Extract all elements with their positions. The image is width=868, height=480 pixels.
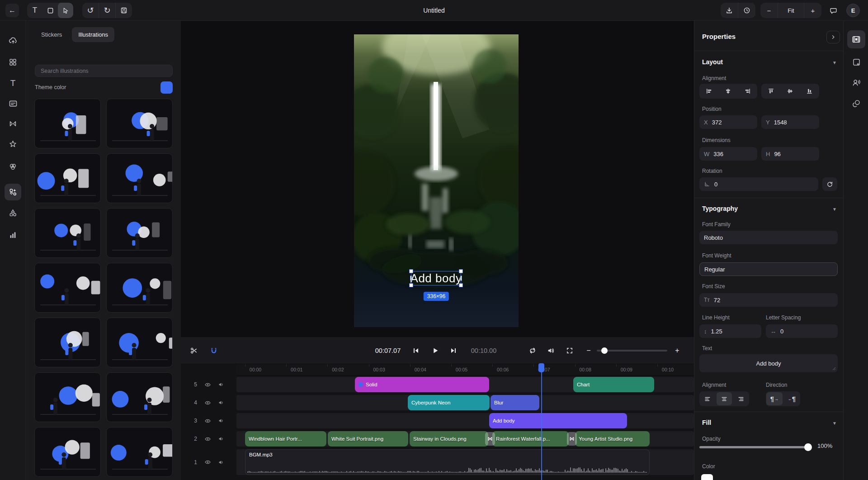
track-lane-2[interactable]: Windblown Hair Portr...White Suit Portra… [236, 431, 694, 447]
text-content-input[interactable]: Add body [699, 354, 838, 372]
sidebar-item-charts[interactable] [5, 227, 21, 243]
panel-item-frame[interactable] [847, 53, 865, 71]
sidebar-item-transitions[interactable] [5, 115, 21, 132]
illustration-thumbnail-team-avatar-list[interactable] [106, 263, 173, 313]
y-value[interactable]: 1548 [774, 119, 787, 126]
font-family-select[interactable]: Roboto [699, 231, 838, 244]
timeline-clip[interactable]: Cyberpunk Neon [408, 395, 490, 410]
resize-handle-left[interactable] [410, 276, 412, 281]
select-tool-button[interactable] [58, 3, 73, 18]
illustration-thumbnail-checklist-person[interactable] [34, 372, 101, 422]
align-left-button[interactable] [700, 85, 717, 98]
canvas-text[interactable]: Add body [410, 271, 462, 285]
track-lane-1[interactable]: BGM.mp3 [236, 449, 694, 475]
track-lane-3[interactable]: Add body [236, 413, 694, 428]
panel-item-voice[interactable] [847, 73, 865, 91]
zoom-in-button[interactable]: + [804, 3, 821, 18]
timeline-ruler[interactable]: 00:0000:0100:0200:0300:0400:0500:0600:07… [236, 364, 694, 375]
tab-stickers[interactable]: Stickers [35, 27, 68, 42]
selected-text-element[interactable]: Add body [411, 271, 461, 285]
timeline-zoom-out-button[interactable]: − [586, 347, 590, 355]
timeline-clip[interactable]: Chart [573, 377, 654, 392]
sidebar-item-text[interactable]: T [5, 75, 21, 91]
letter-spacing-field[interactable]: ↔ 0 [766, 324, 838, 338]
w-value[interactable]: 336 [713, 151, 723, 157]
fullscreen-button[interactable] [566, 347, 573, 354]
playhead-handle[interactable] [538, 363, 544, 372]
theme-color-swatch[interactable] [160, 81, 173, 94]
collapse-panel-button[interactable] [826, 31, 840, 43]
timeline-clip[interactable]: Add body [489, 413, 627, 428]
illustration-thumbnail-error-card-person[interactable] [106, 427, 173, 477]
prev-frame-button[interactable] [412, 347, 420, 354]
timeline-clip[interactable]: Solid [355, 377, 489, 392]
font-weight-select[interactable]: Regular [699, 262, 838, 276]
align-top-button[interactable] [762, 85, 779, 98]
track-mute-toggle[interactable] [214, 381, 228, 388]
text-tool-button[interactable]: T [27, 3, 42, 18]
tab-illustrations[interactable]: Illustrations [72, 27, 114, 42]
redo-button[interactable]: ↻ [99, 3, 115, 18]
align-middle-button[interactable] [782, 85, 799, 98]
align-right-button[interactable] [739, 85, 756, 98]
align-center-h-button[interactable] [720, 85, 737, 98]
illustration-thumbnail-person-headphones-arrows[interactable] [34, 263, 101, 313]
illustration-thumbnail-woman-portrait-blue-top[interactable] [106, 208, 173, 258]
layout-collapse-caret[interactable]: ▼ [832, 60, 837, 65]
resize-handle-top-left[interactable] [409, 269, 413, 273]
sidebar-item-captions[interactable] [5, 95, 21, 112]
resize-handle-bottom-left[interactable] [409, 283, 413, 287]
track-mute-toggle[interactable] [214, 418, 228, 424]
opacity-slider[interactable] [699, 446, 811, 448]
zoom-out-button[interactable]: − [760, 3, 778, 18]
snap-magnet-button[interactable] [210, 347, 218, 355]
typography-collapse-caret[interactable]: ▼ [832, 207, 837, 212]
video-canvas[interactable]: Add body 336×96 [354, 34, 519, 327]
timeline-zoom-slider[interactable] [597, 350, 667, 352]
position-y-field[interactable]: Y 1548 [761, 115, 819, 129]
timeline-clip[interactable]: Rainforest Waterfall.p... [492, 431, 569, 447]
comments-button[interactable] [826, 4, 840, 17]
illustration-thumbnail-sitting-woman-plant[interactable] [34, 99, 101, 148]
illustration-thumbnail-phone-mockup-person[interactable] [34, 427, 101, 477]
track-lane-5[interactable]: SolidChart [236, 377, 694, 392]
letter-spacing-value[interactable]: 0 [780, 328, 783, 335]
x-value[interactable]: 372 [712, 119, 722, 126]
position-x-field[interactable]: X 372 [699, 115, 757, 129]
timeline-zoom-in-button[interactable]: + [675, 347, 679, 355]
timeline-clip[interactable]: Windblown Hair Portr... [245, 431, 326, 447]
illustration-thumbnail-document-checkmarks-person[interactable] [106, 372, 173, 422]
illustration-thumbnail-people-under-trees[interactable] [106, 153, 173, 203]
text-align-right-button[interactable] [733, 392, 749, 405]
line-height-field[interactable]: ↕ 1.25 [699, 324, 761, 338]
timeline-clip[interactable]: Stairway in Clouds.png [410, 431, 488, 447]
illustration-thumbnail-person-lounge-chair-plant[interactable] [34, 208, 101, 258]
font-size-value[interactable]: 72 [714, 297, 720, 304]
timeline-clip[interactable]: White Suit Portrait.png [328, 431, 408, 447]
sidebar-item-colors[interactable] [5, 158, 21, 175]
illustration-thumbnail-woman-arch-window[interactable] [106, 99, 173, 148]
track-visibility-toggle[interactable] [201, 381, 214, 388]
track-mute-toggle[interactable] [214, 399, 228, 406]
direction-rtl-button[interactable]: ←¶ [783, 392, 800, 405]
undo-button[interactable]: ↺ [82, 3, 99, 18]
sidebar-item-stickers[interactable] [5, 184, 21, 200]
panel-item-adjust[interactable] [847, 94, 865, 112]
search-illustrations-box[interactable] [35, 65, 173, 77]
text-align-center-button[interactable] [717, 392, 732, 405]
back-button[interactable]: ← [5, 4, 19, 17]
history-version-button[interactable] [738, 3, 755, 18]
loop-button[interactable] [529, 347, 537, 355]
shape-tool-button[interactable] [42, 3, 58, 18]
track-visibility-toggle[interactable] [201, 459, 214, 466]
rotation-field[interactable]: 0 [699, 177, 818, 191]
sidebar-item-effects[interactable] [5, 136, 21, 152]
sidebar-item-upload[interactable] [5, 32, 21, 49]
height-field[interactable]: H 96 [761, 147, 819, 161]
download-button[interactable] [721, 3, 738, 18]
panel-item-media[interactable] [847, 30, 865, 48]
fill-collapse-caret[interactable]: ▼ [832, 421, 837, 426]
timeline-zoom-knob[interactable] [601, 347, 608, 354]
user-avatar[interactable]: E [846, 4, 860, 17]
rotate-90-button[interactable] [822, 177, 837, 191]
